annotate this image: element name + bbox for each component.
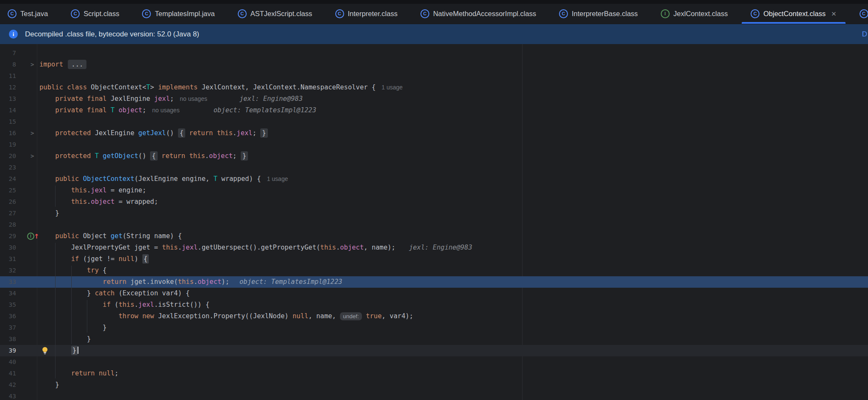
code-line-33[interactable]: 33 return jget.invoke(this.object);objec… xyxy=(0,276,868,288)
token: return xyxy=(103,278,126,286)
tab-script-class[interactable]: CScript.class xyxy=(59,4,131,24)
code-line-39[interactable]: 39 } xyxy=(0,345,868,356)
code-line-12[interactable]: 12public class ObjectContext<T> implemen… xyxy=(0,82,868,93)
token: } xyxy=(71,346,78,355)
tab-label: InterpreterBase.class xyxy=(572,10,638,18)
class-icon: C xyxy=(751,9,760,18)
token: (Exception var4) { xyxy=(114,289,189,297)
code-text: } xyxy=(39,209,59,217)
token: this xyxy=(189,152,205,160)
token: .getUberspect().getPropertyGet( xyxy=(198,244,320,251)
line-number: 12 xyxy=(0,82,16,93)
code-line-19[interactable]: 19 xyxy=(0,139,868,150)
tab-test-java[interactable]: CTest.java xyxy=(0,4,59,24)
editor-tab-bar: CTest.javaCScript.classCTemplatesImpl.ja… xyxy=(0,4,868,24)
code-text: return jget.invoke(this.object); xyxy=(39,278,229,286)
code-line-27[interactable]: 27 } xyxy=(0,208,868,219)
code-line-8[interactable]: 8>import ... xyxy=(0,59,868,70)
code-line-43[interactable]: 43 xyxy=(0,391,868,400)
code-line-26[interactable]: 26 this.object = wrapped; xyxy=(0,196,868,208)
code-text: private final JexlEngine jexl; xyxy=(39,95,174,103)
debugger-inline-hint: object: TemplatesImpl@1223 xyxy=(214,106,317,114)
token: object xyxy=(340,244,364,251)
code-line-24[interactable]: 24 public ObjectContext(JexlEngine engin… xyxy=(0,173,868,185)
class-icon: C xyxy=(420,9,429,18)
class-icon: C xyxy=(860,9,868,18)
token: ... xyxy=(68,60,86,69)
token: { xyxy=(178,128,185,138)
banner-link-truncated[interactable]: D xyxy=(862,30,867,39)
tab-nativemethodaccessorimpl-class[interactable]: CNativeMethodAccessorImpl.class xyxy=(409,4,548,24)
code-line-38[interactable]: 38 } xyxy=(0,333,868,345)
code-line-36[interactable]: 36 throw new JexlException.Property((Jex… xyxy=(0,311,868,322)
fold-chevron-icon[interactable]: > xyxy=(31,59,34,70)
code-text: if (jget != null) { xyxy=(39,254,149,264)
close-icon[interactable]: ✕ xyxy=(831,10,837,18)
ide-window: CTest.javaCScript.classCTemplatesImpl.ja… xyxy=(0,0,868,400)
tab-objectcontext-class[interactable]: CObjectContext.class✕ xyxy=(739,4,848,24)
line-number: 27 xyxy=(0,208,16,219)
line-number: 26 xyxy=(0,196,16,208)
code-line-32[interactable]: 32 try { xyxy=(0,265,868,276)
code-line-16[interactable]: 16> protected JexlEngine getJexl() { ret… xyxy=(0,128,868,139)
tab-label: Script.class xyxy=(83,10,119,18)
implements-method-gutter-icon[interactable]: I↑ xyxy=(27,233,38,240)
code-text: this.object = wrapped; xyxy=(39,198,158,206)
code-editor[interactable]: 78>import ...1112public class ObjectCont… xyxy=(0,44,868,400)
tab-label: ASTJexlScript.class xyxy=(250,10,312,18)
fold-chevron-icon[interactable]: > xyxy=(31,150,34,162)
code-line-15[interactable]: 15 xyxy=(0,116,868,128)
line-number: 15 xyxy=(0,116,16,128)
token: this xyxy=(162,244,178,251)
code-line-42[interactable]: 42 } xyxy=(0,379,868,391)
token: (String name) { xyxy=(122,232,182,240)
tab-templatesimpl-java[interactable]: CTemplatesImpl.java xyxy=(131,4,226,24)
token: try xyxy=(87,267,99,274)
code-line-28[interactable]: 28 xyxy=(0,219,868,231)
token: } xyxy=(55,209,59,217)
code-line-41[interactable]: 41 return null; xyxy=(0,368,868,379)
usage-inlay[interactable]: no usages xyxy=(152,107,180,114)
code-line-14[interactable]: 14 private final T object;no usagesobjec… xyxy=(0,105,868,116)
token xyxy=(213,129,217,137)
code-text: private final T object; xyxy=(39,106,146,114)
code-line-35[interactable]: 35 if (this.jexl.isStrict()) { xyxy=(0,299,868,311)
tab-interpreter-class[interactable]: CInterpreter.class xyxy=(324,4,409,24)
line-number: 35 xyxy=(0,299,16,311)
tab-astid[interactable]: CASTId xyxy=(848,4,868,24)
indent-guide xyxy=(87,300,87,333)
code-text: throw new JexlException.Property((JexlNo… xyxy=(39,312,413,320)
token: final xyxy=(87,106,107,114)
token: jexl xyxy=(236,129,252,137)
token: JexlEngine xyxy=(107,95,154,103)
usage-inlay[interactable]: no usages xyxy=(180,95,207,102)
code-text: try { xyxy=(39,267,107,274)
tab-jexlcontext-class[interactable]: IJexlContext.class xyxy=(649,4,739,24)
intention-lightbulb-icon[interactable] xyxy=(42,347,48,354)
code-line-40[interactable]: 40 xyxy=(0,356,868,368)
tab-astjexlscript-class[interactable]: CASTJexlScript.class xyxy=(226,4,324,24)
token: . xyxy=(336,244,340,251)
tab-interpreterbase-class[interactable]: CInterpreterBase.class xyxy=(548,4,649,24)
code-line-25[interactable]: 25 this.jexl = engine; xyxy=(0,185,868,196)
usage-inlay[interactable]: 1 usage xyxy=(267,175,288,182)
code-line-7[interactable]: 7 xyxy=(0,47,868,59)
tab-label: TemplatesImpl.java xyxy=(155,10,214,18)
code-line-20[interactable]: 20> protected T getObject() { return thi… xyxy=(0,150,868,162)
token: = engine; xyxy=(107,186,146,194)
code-line-23[interactable]: 23 xyxy=(0,162,868,173)
token: wrapped) { xyxy=(217,175,261,183)
token: object xyxy=(119,106,142,114)
fold-chevron-icon[interactable]: > xyxy=(31,128,34,139)
code-line-37[interactable]: 37 } xyxy=(0,322,868,333)
code-line-30[interactable]: 30 JexlPropertyGet jget = this.jexl.getU… xyxy=(0,242,868,253)
code-line-29[interactable]: 29I↑ public Object get(String name) { xyxy=(0,231,868,242)
class-icon: C xyxy=(142,9,151,18)
line-number: 30 xyxy=(0,242,16,253)
code-line-31[interactable]: 31 if (jget != null) { xyxy=(0,253,868,265)
token: T xyxy=(111,106,114,114)
usage-inlay[interactable]: 1 usage xyxy=(381,84,403,91)
code-line-13[interactable]: 13 private final JexlEngine jexl;no usag… xyxy=(0,93,868,105)
code-line-11[interactable]: 11 xyxy=(0,70,868,82)
code-line-34[interactable]: 34 } catch (Exception var4) { xyxy=(0,288,868,299)
